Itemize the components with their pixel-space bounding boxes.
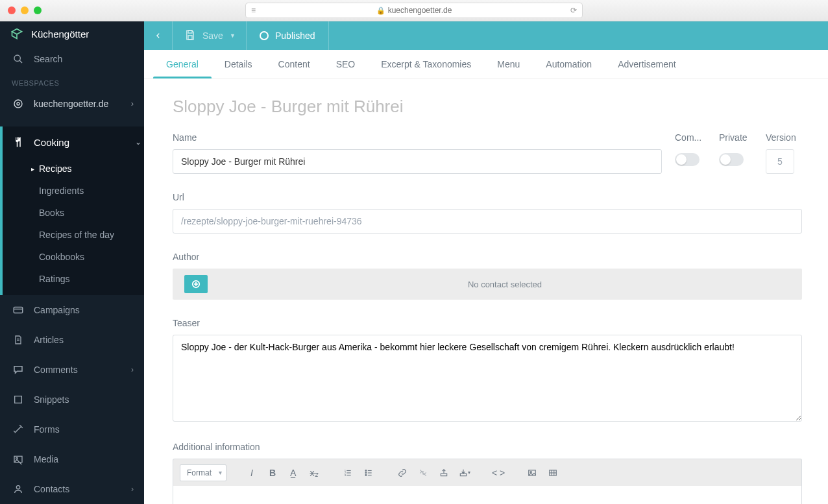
private-toggle[interactable] xyxy=(719,153,744,166)
tab-general[interactable]: General xyxy=(162,50,202,78)
add-author-button[interactable] xyxy=(184,275,208,293)
square-icon xyxy=(12,394,25,405)
comments-toggle[interactable] xyxy=(675,153,700,166)
sidebar-search[interactable]: Search xyxy=(0,47,144,72)
svg-rect-4 xyxy=(14,307,23,313)
svg-rect-30 xyxy=(441,474,446,476)
upload-button[interactable] xyxy=(435,464,452,481)
tab-content[interactable]: Content xyxy=(274,50,314,78)
teaser-textarea[interactable] xyxy=(173,335,802,422)
unordered-list-button[interactable] xyxy=(360,464,377,481)
format-select[interactable]: Format xyxy=(180,464,226,481)
tab-excerpt-taxonomies[interactable]: Excerpt & Taxonomies xyxy=(377,50,475,78)
nav-item-comments[interactable]: Comments› xyxy=(0,355,144,385)
address-bar[interactable]: ≡ 🔒 kuechengoetter.de ⟳ xyxy=(245,3,583,18)
version-label: Version xyxy=(766,132,796,143)
tab-advertisement[interactable]: Advertisement xyxy=(614,50,679,78)
nav-item-media[interactable]: Media xyxy=(0,444,144,474)
content-area: Sloppy Joe - Burger mit Rührei Name Com.… xyxy=(144,78,828,504)
brand[interactable]: Küchengötter xyxy=(0,21,144,47)
save-label: Save xyxy=(202,30,223,41)
lock-icon: 🔒 xyxy=(376,6,385,15)
subnav-item-ratings[interactable]: Ratings xyxy=(12,268,144,290)
nav-item-snippets[interactable]: Snippets xyxy=(0,385,144,414)
image-icon xyxy=(12,454,25,464)
top-toolbar: Save ▼ Published xyxy=(144,21,828,50)
svg-rect-13 xyxy=(188,35,192,39)
link-button[interactable] xyxy=(394,464,411,481)
window-minimize[interactable] xyxy=(21,6,29,14)
comments-label: Com... xyxy=(675,132,706,143)
sidebar-section-cooking[interactable]: Cooking ⌄ xyxy=(12,126,144,158)
url-input[interactable] xyxy=(173,209,802,234)
subnav-item-cookbooks[interactable]: Cookbooks xyxy=(12,246,144,268)
author-box: No contact selected xyxy=(173,269,802,300)
save-icon xyxy=(184,29,196,43)
tabs: GeneralDetailsContentSEOExcerpt & Taxono… xyxy=(144,50,828,78)
published-indicator[interactable]: Published xyxy=(247,21,329,50)
teaser-label: Teaser xyxy=(173,318,802,328)
webspaces-header: WEBSPACES xyxy=(0,71,144,92)
svg-text:3: 3 xyxy=(345,473,347,476)
author-label: Author xyxy=(173,252,802,262)
window-close[interactable] xyxy=(8,6,16,14)
save-button[interactable]: Save ▼ xyxy=(173,21,247,50)
nav-item-articles[interactable]: Articles xyxy=(0,325,144,355)
tab-seo[interactable]: SEO xyxy=(332,50,359,78)
chevron-right-icon: › xyxy=(131,365,134,374)
source-button[interactable]: < > xyxy=(490,464,507,481)
svg-point-33 xyxy=(530,471,531,472)
reload-icon[interactable]: ⟳ xyxy=(570,6,577,15)
utensils-icon xyxy=(12,136,25,148)
back-button[interactable] xyxy=(144,21,173,50)
svg-rect-8 xyxy=(15,396,22,403)
svg-point-3 xyxy=(17,102,19,105)
nav-item-campaigns[interactable]: Campaigns xyxy=(0,295,144,325)
subnav-item-recipes[interactable]: Recipes xyxy=(12,158,144,180)
font-color-button[interactable]: A̲ xyxy=(285,464,302,481)
subnav-item-books[interactable]: Books xyxy=(12,202,144,224)
clear-format-button[interactable]: x₂ xyxy=(306,464,323,481)
subnav-item-ingredients[interactable]: Ingredients xyxy=(12,180,144,202)
svg-point-0 xyxy=(14,55,20,61)
published-label: Published xyxy=(275,30,315,41)
svg-point-2 xyxy=(14,100,22,108)
page-title: Sloppy Joe - Burger mit Rührei xyxy=(173,97,802,117)
svg-rect-31 xyxy=(460,474,466,476)
name-input[interactable] xyxy=(173,149,662,174)
image-button[interactable] xyxy=(524,464,541,481)
tab-menu[interactable]: Menu xyxy=(493,50,524,78)
name-label: Name xyxy=(173,132,662,143)
sidebar: Küchengötter Search WEBSPACES kuechengoe… xyxy=(0,21,144,504)
subnav-item-recipes-of-the-day[interactable]: Recipes of the day xyxy=(12,224,144,246)
italic-button[interactable]: I xyxy=(243,464,260,481)
webspace-name: kuechengoetter.de xyxy=(34,99,108,109)
svg-point-10 xyxy=(16,457,18,459)
window-zoom[interactable] xyxy=(34,6,42,14)
unlink-button[interactable] xyxy=(415,464,432,481)
tab-automation[interactable]: Automation xyxy=(542,50,596,78)
svg-point-23 xyxy=(365,470,367,471)
tab-details[interactable]: Details xyxy=(221,50,256,78)
ordered-list-button[interactable]: 123 xyxy=(339,464,356,481)
doc-icon xyxy=(12,334,25,346)
svg-rect-12 xyxy=(188,30,192,33)
card-icon xyxy=(12,304,25,316)
download-button[interactable]: ▾ xyxy=(456,464,473,481)
bold-button[interactable]: B xyxy=(264,464,281,481)
rte-editor[interactable] xyxy=(173,486,802,504)
nav-item-forms[interactable]: Forms xyxy=(0,414,144,444)
brand-name: Küchengötter xyxy=(31,29,89,40)
version-value: 5 xyxy=(766,149,794,174)
section-title: Cooking xyxy=(34,137,69,148)
search-label: Search xyxy=(34,54,62,64)
status-icon xyxy=(260,31,269,40)
webspace-item[interactable]: kuechengoetter.de › xyxy=(0,92,144,115)
svg-point-25 xyxy=(365,472,367,474)
wand-icon xyxy=(12,424,25,435)
nav-item-contacts[interactable]: Contacts› xyxy=(0,474,144,504)
private-label: Private xyxy=(719,132,748,143)
svg-line-1 xyxy=(19,60,22,63)
table-button[interactable] xyxy=(544,464,561,481)
rte-toolbar: Format I B A̲ x₂ 123 xyxy=(173,459,802,486)
